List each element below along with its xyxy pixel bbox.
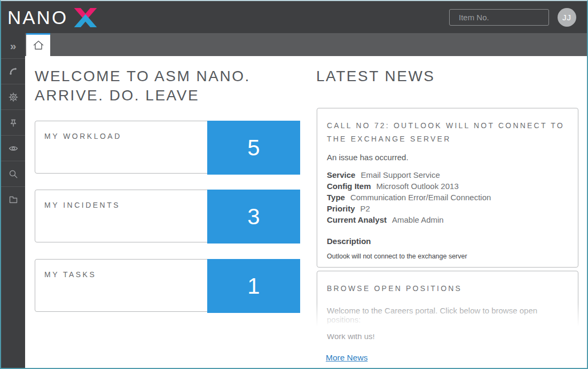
sidebar-expand-button[interactable]: » — [1, 33, 25, 59]
field-current-analyst: Current AnalystAmable Admin — [327, 214, 568, 225]
careers-title: BROWSE OPEN POSITIONS — [327, 282, 568, 295]
news-article-call-72[interactable]: CALL NO 72: OUTLOOK WILL NOT CONNECT TO … — [317, 108, 578, 268]
search-icon — [8, 169, 19, 179]
field-priority: PriorityP2 — [327, 203, 568, 214]
eye-icon — [8, 143, 19, 154]
my-incidents-count-box: 3 — [207, 190, 300, 244]
field-priority-value: P2 — [360, 204, 370, 213]
gear-icon — [8, 92, 19, 103]
careers-intro: Welcome to the Careers portal. Click bel… — [327, 306, 568, 324]
my-workload-card[interactable]: MY WORKLOAD 5 — [35, 121, 300, 174]
left-sidebar: » — [1, 33, 25, 368]
field-priority-label: Priority — [327, 204, 355, 213]
my-workload-count-box: 5 — [207, 121, 300, 175]
sidebar-item-windows[interactable] — [1, 187, 25, 213]
field-current-analyst-label: Current Analyst — [327, 215, 387, 224]
field-config-item-value: Microsoft Outlook 2013 — [377, 182, 459, 191]
careers-teaser: Work with us! — [327, 332, 568, 341]
welcome-heading: WELCOME TO ASM NANO. ARRIVE. DO. LEAVE — [35, 67, 310, 105]
description-label: Description — [327, 237, 568, 246]
tab-home[interactable] — [26, 33, 50, 56]
news-article-open-positions[interactable]: BROWSE OPEN POSITIONS Welcome to the Car… — [317, 271, 578, 334]
my-incidents-label: MY INCIDENTS — [44, 201, 120, 209]
sidebar-item-watch[interactable] — [1, 136, 25, 161]
pin-icon — [8, 117, 19, 128]
item-search-box[interactable] — [449, 9, 549, 26]
phone-icon — [8, 66, 19, 77]
welcome-line-1: WELCOME TO ASM NANO. — [35, 67, 310, 86]
sidebar-item-pinned[interactable] — [1, 110, 25, 136]
field-config-item-label: Config Item — [327, 182, 371, 191]
sidebar-item-calls[interactable] — [1, 59, 25, 84]
news-article-title: CALL NO 72: OUTLOOK WILL NOT CONNECT TO … — [327, 119, 568, 146]
field-service-value: Email Support Service — [360, 170, 440, 179]
double-chevron-right-icon: » — [10, 40, 17, 51]
app-logo: NANO — [7, 6, 98, 28]
my-tasks-card[interactable]: MY TASKS 1 — [35, 259, 300, 312]
my-tasks-label: MY TASKS — [44, 270, 96, 279]
my-tasks-count-box: 1 — [207, 259, 300, 313]
home-icon — [32, 39, 45, 52]
field-service-label: Service — [327, 170, 355, 179]
my-workload-label: MY WORKLOAD — [44, 132, 122, 140]
my-incidents-count: 3 — [247, 204, 260, 230]
more-news-link[interactable]: More News — [326, 353, 367, 363]
field-config-item: Config ItemMicrosoft Outlook 2013 — [327, 180, 568, 192]
avatar-initials: JJ — [562, 13, 571, 22]
welcome-line-2: ARRIVE. DO. LEAVE — [35, 86, 310, 105]
my-tasks-count: 1 — [247, 273, 260, 299]
window-icon — [8, 194, 19, 205]
app-window: NANO JJ » — [0, 0, 588, 369]
latest-news-heading: LATEST NEWS — [316, 67, 435, 86]
sidebar-item-search[interactable] — [1, 161, 25, 187]
item-search-input[interactable] — [459, 13, 565, 22]
field-type-value: Communication Error/Email Connection — [350, 193, 491, 202]
field-service: ServiceEmail Support Service — [327, 169, 568, 180]
field-current-analyst-value: Amable Admin — [392, 215, 444, 224]
tab-strip — [25, 33, 587, 56]
main-content: WELCOME TO ASM NANO. ARRIVE. DO. LEAVE L… — [25, 56, 587, 368]
logo-x-icon — [73, 7, 98, 28]
news-article-fields: ServiceEmail Support Service Config Item… — [327, 169, 568, 225]
news-article-intro: An issue has occurred. — [327, 153, 568, 162]
logo-text: NANO — [7, 8, 68, 27]
description-text: Outlook will not connect to the exchange… — [327, 253, 568, 260]
sidebar-item-settings[interactable] — [1, 84, 25, 110]
user-avatar[interactable]: JJ — [558, 8, 576, 27]
field-type-label: Type — [327, 193, 345, 202]
top-header-bar: NANO JJ — [1, 1, 587, 33]
my-incidents-card[interactable]: MY INCIDENTS 3 — [35, 190, 300, 242]
my-workload-count: 5 — [247, 135, 260, 161]
field-type: TypeCommunication Error/Email Connection — [327, 192, 568, 203]
